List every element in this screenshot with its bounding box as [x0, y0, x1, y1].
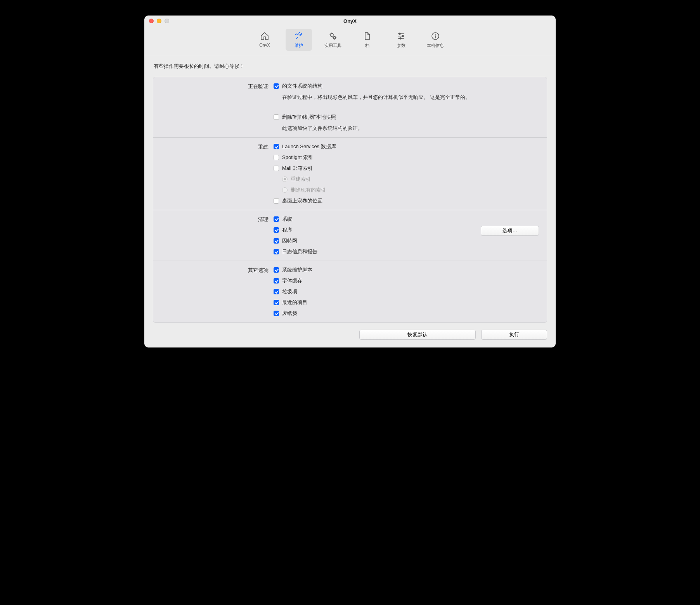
- footer-buttons: 恢复默认 执行: [153, 330, 547, 340]
- info-icon: [430, 31, 441, 41]
- titlebar: OnyX: [144, 16, 556, 26]
- svg-point-4: [400, 38, 401, 39]
- svg-point-3: [402, 35, 404, 37]
- options-button[interactable]: 选项…: [481, 226, 539, 236]
- svg-point-2: [399, 33, 400, 35]
- checkbox-spotlight[interactable]: [274, 155, 279, 160]
- fs-structure-description: 在验证过程中，将出现彩色的风车，并且您的计算机似乎无响应。 这是完全正常的。: [282, 93, 539, 101]
- checkbox-label: 垃圾项: [282, 288, 297, 295]
- checkbox-tm-snapshots[interactable]: [274, 114, 279, 120]
- radio-mail-delete[interactable]: [282, 187, 288, 193]
- toolbar-label: 本机信息: [427, 43, 444, 48]
- svg-point-0: [330, 33, 333, 36]
- document-icon: [362, 31, 373, 41]
- toolbar-label: 维护: [295, 43, 303, 48]
- main-toolbar: OnyX 维护 实用工具 档 参数: [144, 26, 556, 55]
- close-window-button[interactable]: [149, 19, 154, 23]
- checkbox-mail-index[interactable]: [274, 166, 279, 171]
- toolbar-item-utilities[interactable]: 实用工具: [320, 29, 346, 51]
- tools-icon: [293, 31, 304, 41]
- checkbox-label: 字体缓存: [282, 277, 302, 284]
- checkbox-fs-structure[interactable]: [274, 83, 279, 89]
- toolbar-item-onyx[interactable]: OnyX: [251, 29, 278, 51]
- home-icon: [259, 31, 270, 41]
- section-verify: 正在验证: 的文件系统的结构 在验证过程中，将出现彩色的风车，并且您的计算机似乎…: [153, 77, 547, 137]
- toolbar-label: 实用工具: [324, 43, 341, 48]
- section-rebuild: 重建: Launch Services 数据库 Spotlight 索引 Mai…: [153, 137, 547, 210]
- checkbox-clean-apps[interactable]: [274, 227, 279, 233]
- toolbar-item-files[interactable]: 档: [354, 29, 380, 51]
- minimize-window-button[interactable]: [157, 19, 161, 23]
- toolbar-item-parameters[interactable]: 参数: [388, 29, 414, 51]
- sliders-icon: [396, 31, 407, 41]
- checkbox-label: 系统: [282, 216, 292, 223]
- checkbox-recent-items[interactable]: [274, 300, 279, 305]
- execute-button[interactable]: 执行: [481, 330, 547, 340]
- toolbar-label: 参数: [397, 43, 405, 48]
- checkbox-clean-system[interactable]: [274, 216, 279, 222]
- checkbox-trash[interactable]: [274, 311, 279, 316]
- tm-snapshots-description: 此选项加快了文件系统结构的验证。: [282, 124, 539, 132]
- checkbox-label: 程序: [282, 226, 292, 233]
- checkbox-desktop-volumes[interactable]: [274, 198, 279, 204]
- notice-text: 有些操作需要很长的时间。请耐心等候！: [154, 63, 547, 70]
- section-label: 正在验证:: [153, 83, 274, 132]
- checkbox-label: 桌面上宗卷的位置: [282, 197, 322, 204]
- radio-label: 重建索引: [291, 176, 311, 183]
- checkbox-label: 废纸篓: [282, 310, 297, 317]
- radio-mail-rebuild[interactable]: [282, 176, 288, 182]
- toolbar-label: OnyX: [259, 43, 270, 47]
- checkbox-label: Launch Services 数据库: [282, 143, 336, 150]
- checkbox-label: Spotlight 索引: [282, 154, 313, 161]
- toolbar-label: 档: [365, 43, 369, 48]
- window-title: OnyX: [144, 18, 556, 24]
- content-area: 有些操作需要很长的时间。请耐心等候！ 正在验证: 的文件系统的结构 在验证过程中…: [144, 55, 556, 347]
- app-window: OnyX OnyX 维护 实用工具 档: [144, 16, 556, 347]
- toolbar-item-info[interactable]: 本机信息: [422, 29, 449, 51]
- section-clean: 清理: 系统 程序 因特网: [153, 210, 547, 261]
- radio-label: 删除现有的索引: [291, 187, 326, 194]
- checkbox-label: 系统维护脚本: [282, 266, 312, 273]
- section-other: 其它选项: 系统维护脚本 字体缓存 垃圾项: [153, 261, 547, 322]
- traffic-lights: [149, 19, 169, 23]
- checkbox-font-cache[interactable]: [274, 278, 279, 283]
- checkbox-label: 因特网: [282, 237, 297, 244]
- checkbox-label: 日志信息和报告: [282, 248, 317, 255]
- checkbox-clean-logs[interactable]: [274, 249, 279, 254]
- toolbar-item-maintenance[interactable]: 维护: [286, 29, 312, 51]
- gears-icon: [327, 31, 338, 41]
- zoom-window-button[interactable]: [165, 19, 169, 23]
- svg-point-1: [333, 36, 336, 39]
- section-label: 清理:: [153, 216, 274, 255]
- checkbox-launch-services[interactable]: [274, 144, 279, 149]
- checkbox-label: Mail 邮箱索引: [282, 165, 313, 172]
- checkbox-label: 的文件系统的结构: [282, 83, 322, 90]
- checkbox-label: 删除"时间机器"本地快照: [282, 114, 336, 121]
- restore-defaults-button[interactable]: 恢复默认: [359, 330, 476, 340]
- section-label: 重建:: [153, 143, 274, 204]
- section-label: 其它选项:: [153, 266, 274, 317]
- checkbox-junk[interactable]: [274, 289, 279, 294]
- checkbox-label: 最近的项目: [282, 299, 307, 306]
- settings-panel: 正在验证: 的文件系统的结构 在验证过程中，将出现彩色的风车，并且您的计算机似乎…: [153, 77, 547, 323]
- checkbox-clean-internet[interactable]: [274, 238, 279, 244]
- checkbox-maint-scripts[interactable]: [274, 267, 279, 273]
